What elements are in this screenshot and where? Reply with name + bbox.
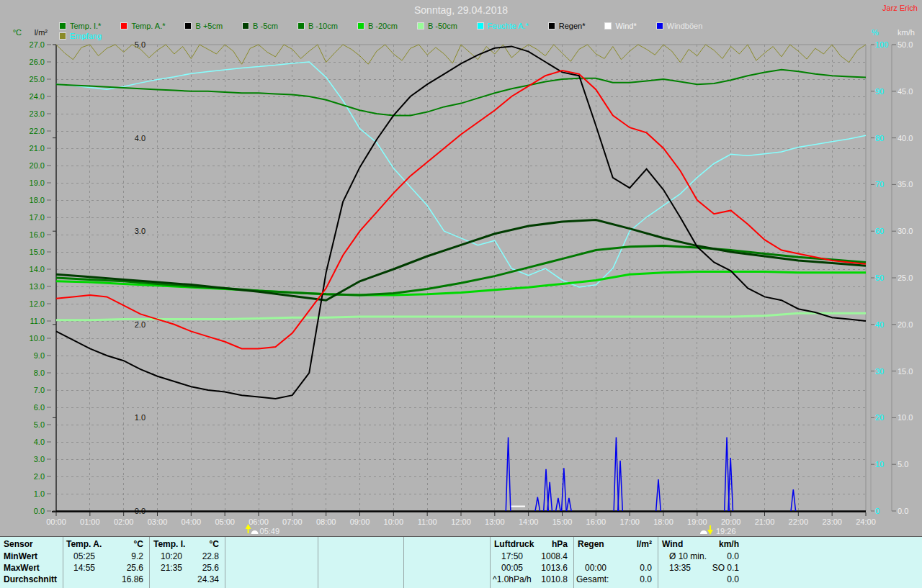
svg-text:30: 30 [875, 367, 884, 376]
column-unit: km/h [659, 539, 739, 550]
series-windboeen-spike [535, 497, 540, 511]
column-unit: °C [151, 539, 219, 550]
series-windboeen-spike [618, 461, 623, 511]
weather-chart: 0.01.02.03.04.05.06.07.08.09.010.011.012… [0, 0, 922, 539]
svg-text:14:00: 14:00 [519, 517, 539, 526]
table-separator [658, 537, 658, 588]
svg-text:03:00: 03:00 [148, 517, 168, 526]
column-unit: hPa [491, 539, 568, 550]
svg-text:10.0: 10.0 [30, 334, 45, 343]
avg-value: 24.34 [151, 574, 219, 585]
svg-text:30.0: 30.0 [898, 227, 913, 235]
svg-text:13.0: 13.0 [30, 282, 45, 291]
series-windboeen-spike [791, 489, 796, 511]
row-label: MinWert [4, 551, 61, 562]
svg-text:3.0: 3.0 [34, 455, 45, 463]
svg-text:%: % [872, 28, 879, 37]
svg-text:11:00: 11:00 [418, 517, 437, 526]
svg-text:40: 40 [875, 320, 884, 329]
svg-text:90: 90 [875, 87, 884, 96]
svg-text:25.0: 25.0 [30, 75, 45, 83]
svg-text:10: 10 [875, 460, 884, 469]
svg-text:24:00: 24:00 [856, 517, 876, 526]
weather-app-window: Sonntag, 29.04.2018 Jarz Erich Temp. I.*… [0, 0, 922, 588]
svg-text:0.0: 0.0 [34, 507, 45, 515]
svg-text:60: 60 [875, 227, 884, 235]
svg-text:08:00: 08:00 [316, 517, 336, 526]
svg-text:°C: °C [13, 28, 22, 37]
svg-text:1.0: 1.0 [34, 489, 45, 498]
column-unit: l/m² [575, 539, 652, 550]
series-windboeen-spike [506, 438, 511, 511]
svg-text:02:00: 02:00 [114, 517, 134, 526]
avg-value: 16.86 [63, 574, 143, 585]
svg-text:12:00: 12:00 [451, 517, 471, 526]
svg-text:20: 20 [875, 413, 884, 422]
row-label: Sensor [4, 539, 61, 550]
max-value: 0.0 [575, 563, 652, 574]
series-windboeen-spike [614, 438, 619, 511]
svg-text:8.0: 8.0 [34, 368, 45, 377]
max-value: 25.6 [151, 563, 219, 574]
svg-text:16:00: 16:00 [586, 517, 607, 526]
svg-text:10.0: 10.0 [898, 413, 913, 422]
svg-text:05:00: 05:00 [215, 517, 235, 526]
svg-text:9.0: 9.0 [34, 351, 45, 360]
svg-text:2.0: 2.0 [34, 472, 45, 481]
svg-text:00:00: 00:00 [46, 517, 66, 526]
svg-text:19:26: 19:26 [716, 527, 736, 535]
svg-text:17.0: 17.0 [30, 213, 45, 222]
svg-text:19.0: 19.0 [30, 178, 45, 187]
svg-text:11.0: 11.0 [30, 317, 45, 325]
max-value: 25.6 [63, 563, 143, 574]
svg-text:04:00: 04:00 [182, 517, 202, 526]
series-windboeen-spike [567, 498, 572, 511]
table-separator [573, 537, 574, 588]
series-windboeen-spike [547, 482, 552, 511]
sunset-icon [700, 525, 713, 535]
svg-text:15.0: 15.0 [30, 248, 45, 256]
svg-text:15:00: 15:00 [552, 517, 573, 526]
table-separator [149, 537, 150, 588]
svg-text:4.0: 4.0 [34, 438, 45, 446]
min-value: 9.2 [63, 551, 143, 562]
svg-text:6.0: 6.0 [34, 403, 45, 412]
min-value: 1008.4 [491, 551, 568, 562]
svg-text:40.0: 40.0 [898, 134, 913, 143]
svg-text:70: 70 [875, 180, 884, 189]
svg-text:7.0: 7.0 [34, 386, 45, 394]
svg-text:45.0: 45.0 [898, 87, 913, 96]
svg-text:1.0: 1.0 [135, 413, 146, 422]
min-value: 0.0 [659, 551, 739, 562]
svg-text:26.0: 26.0 [30, 58, 45, 66]
summary-table: SensorMinWertMaxWertDurchschnittTemp. A.… [0, 536, 922, 588]
svg-text:50.0: 50.0 [898, 40, 913, 49]
svg-text:0.0: 0.0 [898, 507, 908, 515]
svg-text:23.0: 23.0 [30, 109, 45, 118]
svg-text:10:00: 10:00 [384, 517, 404, 526]
svg-text:27.0: 27.0 [30, 40, 45, 49]
svg-text:100: 100 [875, 40, 888, 49]
svg-text:18.0: 18.0 [30, 196, 45, 204]
svg-text:80: 80 [875, 134, 884, 143]
svg-text:23:00: 23:00 [822, 517, 842, 526]
min-value: 22.8 [151, 551, 219, 562]
svg-text:20.0: 20.0 [30, 161, 45, 170]
svg-text:4.0: 4.0 [135, 134, 146, 143]
svg-text:21:00: 21:00 [755, 517, 775, 526]
svg-text:22.0: 22.0 [30, 127, 45, 135]
table-separator [490, 537, 491, 588]
svg-text:14.0: 14.0 [30, 265, 45, 273]
max-value: SO 0.1 [659, 563, 739, 574]
svg-text:18:00: 18:00 [653, 517, 673, 526]
svg-text:16.0: 16.0 [30, 230, 45, 239]
series-windboeen-spike [556, 498, 561, 511]
svg-text:01:00: 01:00 [80, 517, 100, 526]
svg-text:l/m²: l/m² [35, 28, 48, 37]
svg-text:3.0: 3.0 [135, 227, 146, 235]
svg-text:35.0: 35.0 [898, 180, 913, 189]
svg-text:5.0: 5.0 [135, 40, 146, 49]
svg-text:50: 50 [875, 273, 884, 282]
svg-text:19:00: 19:00 [687, 517, 707, 526]
svg-text:17:00: 17:00 [619, 517, 640, 526]
